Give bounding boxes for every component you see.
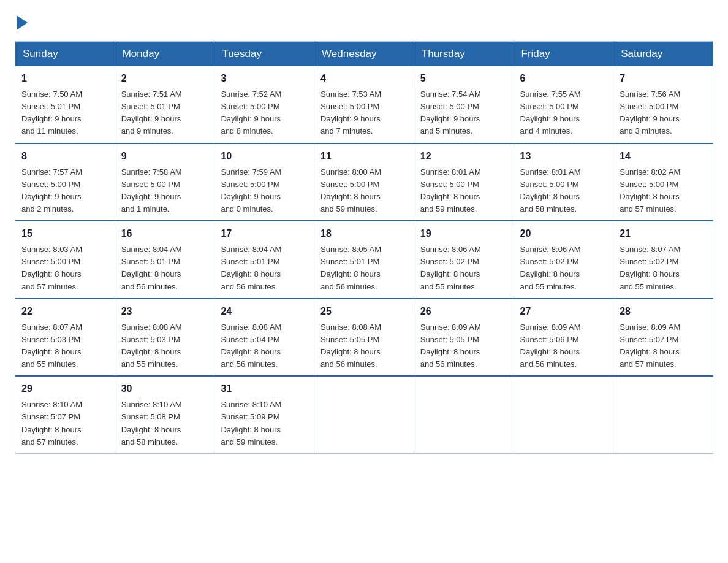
day-info: Sunrise: 8:10 AMSunset: 5:07 PMDaylight:… (21, 399, 108, 448)
day-number: 10 (221, 149, 308, 164)
day-info: Sunrise: 7:52 AMSunset: 5:00 PMDaylight:… (221, 88, 308, 138)
day-number: 31 (221, 381, 308, 396)
day-number: 24 (221, 304, 308, 319)
calendar-cell: 7 Sunrise: 7:56 AMSunset: 5:00 PMDayligh… (613, 66, 713, 144)
day-number: 15 (21, 226, 108, 241)
day-number: 3 (221, 71, 308, 86)
calendar-cell: 23 Sunrise: 8:08 AMSunset: 5:03 PMDaylig… (115, 299, 214, 377)
calendar-cell: 13 Sunrise: 8:01 AMSunset: 5:00 PMDaylig… (514, 144, 613, 221)
calendar-cell: 26 Sunrise: 8:09 AMSunset: 5:05 PMDaylig… (414, 299, 514, 377)
day-info: Sunrise: 7:51 AMSunset: 5:01 PMDaylight:… (121, 88, 208, 138)
day-number: 8 (21, 149, 108, 164)
day-number: 1 (21, 71, 108, 86)
day-info: Sunrise: 7:59 AMSunset: 5:00 PMDaylight:… (221, 166, 308, 216)
day-number: 2 (121, 71, 208, 86)
calendar-cell: 14 Sunrise: 8:02 AMSunset: 5:00 PMDaylig… (613, 144, 713, 221)
day-number: 16 (121, 226, 208, 241)
calendar-cell: 5 Sunrise: 7:54 AMSunset: 5:00 PMDayligh… (414, 66, 514, 144)
day-number: 21 (620, 226, 707, 241)
day-info: Sunrise: 8:06 AMSunset: 5:02 PMDaylight:… (420, 243, 507, 293)
day-info: Sunrise: 8:08 AMSunset: 5:05 PMDaylight:… (320, 321, 408, 371)
calendar-cell: 31 Sunrise: 8:10 AMSunset: 5:09 PMDaylig… (214, 376, 314, 453)
calendar-cell: 21 Sunrise: 8:07 AMSunset: 5:02 PMDaylig… (613, 221, 713, 299)
day-info: Sunrise: 7:53 AMSunset: 5:00 PMDaylight:… (320, 88, 408, 138)
calendar-cell: 17 Sunrise: 8:04 AMSunset: 5:01 PMDaylig… (214, 221, 314, 299)
day-number: 22 (21, 304, 108, 319)
calendar-cell: 27 Sunrise: 8:09 AMSunset: 5:06 PMDaylig… (514, 299, 613, 377)
calendar-cell: 16 Sunrise: 8:04 AMSunset: 5:01 PMDaylig… (115, 221, 214, 299)
calendar-cell: 9 Sunrise: 7:58 AMSunset: 5:00 PMDayligh… (115, 144, 214, 221)
calendar-cell: 12 Sunrise: 8:01 AMSunset: 5:00 PMDaylig… (414, 144, 514, 221)
weekday-header-sunday: Sunday (15, 42, 115, 67)
day-number: 20 (520, 226, 607, 241)
calendar-cell: 4 Sunrise: 7:53 AMSunset: 5:00 PMDayligh… (314, 66, 414, 144)
weekday-header-saturday: Saturday (613, 42, 713, 67)
calendar-cell: 15 Sunrise: 8:03 AMSunset: 5:00 PMDaylig… (15, 221, 115, 299)
day-info: Sunrise: 8:01 AMSunset: 5:00 PMDaylight:… (520, 166, 607, 216)
calendar-week-row: 1 Sunrise: 7:50 AMSunset: 5:01 PMDayligh… (15, 66, 713, 144)
day-number: 27 (520, 304, 607, 319)
logo (15, 15, 28, 30)
day-info: Sunrise: 8:09 AMSunset: 5:06 PMDaylight:… (520, 321, 607, 371)
day-number: 19 (420, 226, 507, 241)
day-info: Sunrise: 7:50 AMSunset: 5:01 PMDaylight:… (21, 88, 108, 138)
day-info: Sunrise: 7:56 AMSunset: 5:00 PMDaylight:… (620, 88, 707, 138)
page-header (15, 15, 713, 30)
day-info: Sunrise: 8:10 AMSunset: 5:08 PMDaylight:… (121, 399, 208, 448)
calendar-cell: 10 Sunrise: 7:59 AMSunset: 5:00 PMDaylig… (214, 144, 314, 221)
calendar-cell: 2 Sunrise: 7:51 AMSunset: 5:01 PMDayligh… (115, 66, 214, 144)
calendar-cell: 1 Sunrise: 7:50 AMSunset: 5:01 PMDayligh… (15, 66, 115, 144)
calendar-cell: 29 Sunrise: 8:10 AMSunset: 5:07 PMDaylig… (15, 376, 115, 453)
calendar-week-row: 8 Sunrise: 7:57 AMSunset: 5:00 PMDayligh… (15, 144, 713, 221)
day-number: 30 (121, 381, 208, 396)
day-number: 13 (520, 149, 607, 164)
day-number: 5 (420, 71, 507, 86)
calendar-table: SundayMondayTuesdayWednesdayThursdayFrid… (15, 41, 713, 454)
day-info: Sunrise: 8:09 AMSunset: 5:05 PMDaylight:… (420, 321, 507, 371)
day-info: Sunrise: 7:55 AMSunset: 5:00 PMDaylight:… (520, 88, 607, 138)
day-number: 7 (620, 71, 707, 86)
calendar-cell (414, 376, 514, 453)
day-number: 9 (121, 149, 208, 164)
day-number: 18 (320, 226, 408, 241)
calendar-cell: 28 Sunrise: 8:09 AMSunset: 5:07 PMDaylig… (613, 299, 713, 377)
day-number: 14 (620, 149, 707, 164)
calendar-week-row: 22 Sunrise: 8:07 AMSunset: 5:03 PMDaylig… (15, 299, 713, 377)
calendar-cell: 11 Sunrise: 8:00 AMSunset: 5:00 PMDaylig… (314, 144, 414, 221)
calendar-cell (613, 376, 713, 453)
day-info: Sunrise: 8:01 AMSunset: 5:00 PMDaylight:… (420, 166, 507, 216)
calendar-cell: 22 Sunrise: 8:07 AMSunset: 5:03 PMDaylig… (15, 299, 115, 377)
day-number: 17 (221, 226, 308, 241)
day-info: Sunrise: 7:58 AMSunset: 5:00 PMDaylight:… (121, 166, 208, 216)
day-info: Sunrise: 8:05 AMSunset: 5:01 PMDaylight:… (320, 243, 408, 293)
day-info: Sunrise: 8:09 AMSunset: 5:07 PMDaylight:… (620, 321, 707, 371)
calendar-cell (314, 376, 414, 453)
day-info: Sunrise: 7:57 AMSunset: 5:00 PMDaylight:… (21, 166, 108, 216)
day-number: 29 (21, 381, 108, 396)
day-info: Sunrise: 7:54 AMSunset: 5:00 PMDaylight:… (420, 88, 507, 138)
calendar-week-row: 29 Sunrise: 8:10 AMSunset: 5:07 PMDaylig… (15, 376, 713, 453)
day-number: 6 (520, 71, 607, 86)
day-info: Sunrise: 8:03 AMSunset: 5:00 PMDaylight:… (21, 243, 108, 293)
weekday-header-tuesday: Tuesday (214, 42, 314, 67)
calendar-week-row: 15 Sunrise: 8:03 AMSunset: 5:00 PMDaylig… (15, 221, 713, 299)
day-info: Sunrise: 8:02 AMSunset: 5:00 PMDaylight:… (620, 166, 707, 216)
calendar-cell: 25 Sunrise: 8:08 AMSunset: 5:05 PMDaylig… (314, 299, 414, 377)
day-number: 28 (620, 304, 707, 319)
day-number: 26 (420, 304, 507, 319)
day-info: Sunrise: 8:07 AMSunset: 5:03 PMDaylight:… (21, 321, 108, 371)
day-info: Sunrise: 8:00 AMSunset: 5:00 PMDaylight:… (320, 166, 408, 216)
calendar-cell: 18 Sunrise: 8:05 AMSunset: 5:01 PMDaylig… (314, 221, 414, 299)
svg-marker-0 (17, 15, 28, 30)
day-info: Sunrise: 8:10 AMSunset: 5:09 PMDaylight:… (221, 399, 308, 448)
day-info: Sunrise: 8:04 AMSunset: 5:01 PMDaylight:… (221, 243, 308, 293)
day-number: 12 (420, 149, 507, 164)
weekday-header-monday: Monday (115, 42, 214, 67)
calendar-cell: 20 Sunrise: 8:06 AMSunset: 5:02 PMDaylig… (514, 221, 613, 299)
day-info: Sunrise: 8:08 AMSunset: 5:04 PMDaylight:… (221, 321, 308, 371)
weekday-header-wednesday: Wednesday (314, 42, 414, 67)
day-number: 4 (320, 71, 408, 86)
calendar-cell: 19 Sunrise: 8:06 AMSunset: 5:02 PMDaylig… (414, 221, 514, 299)
weekday-header-thursday: Thursday (414, 42, 514, 67)
day-info: Sunrise: 8:07 AMSunset: 5:02 PMDaylight:… (620, 243, 707, 293)
